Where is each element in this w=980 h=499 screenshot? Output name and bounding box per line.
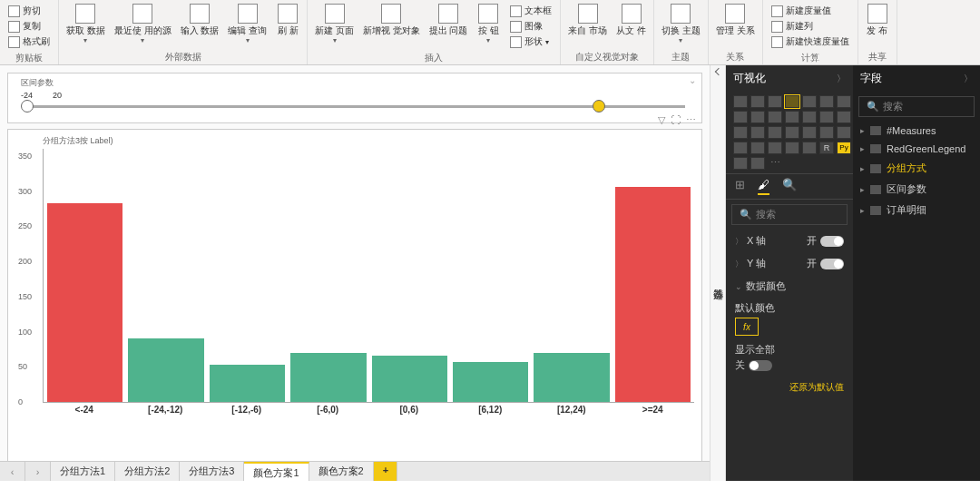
field-table[interactable]: ▸RedGreenLegend xyxy=(853,140,980,158)
page-tab[interactable]: 颜色方案1 xyxy=(244,462,309,481)
quickmeasure-icon xyxy=(771,36,783,48)
toggle-show-all[interactable] xyxy=(749,360,772,371)
page-tab[interactable]: 分组方法1 xyxy=(51,462,115,481)
search-icon: 🔍 xyxy=(740,209,752,220)
tabs-next[interactable]: › xyxy=(25,462,51,481)
tab-format[interactable]: 🖌 xyxy=(758,178,769,195)
fields-pane-header[interactable]: 字段〉 xyxy=(853,65,980,92)
fields-pane: 字段〉 🔍搜索 ▸#Measures▸RedGreenLegend▸分组方式▸区… xyxy=(853,65,980,481)
chart-visual[interactable]: ▽ ⛶ ⋯ 分组方法3按 Label) 05010015020025030035… xyxy=(7,129,702,474)
default-color-section: 默认颜色 fx xyxy=(726,298,853,339)
viz-filled-map[interactable] xyxy=(802,126,817,139)
group-label: 关系 xyxy=(712,50,759,64)
slider-handle-right[interactable] xyxy=(593,100,605,113)
viz-100-bar[interactable] xyxy=(802,95,817,108)
viz-stacked-bar[interactable] xyxy=(733,95,748,108)
field-table[interactable]: ▸#Measures xyxy=(853,122,980,140)
page-tab[interactable]: 分组方法2 xyxy=(115,462,180,481)
viz-python[interactable]: Py xyxy=(837,142,851,154)
copy-icon xyxy=(8,21,20,33)
recent-sources-button[interactable]: 最近使 用的源▾ xyxy=(111,2,175,47)
viz-globe[interactable] xyxy=(750,157,765,170)
viz-clustered-column[interactable] xyxy=(785,95,799,108)
format-search[interactable]: 🔍搜索 xyxy=(731,204,848,225)
manage-relationships-button[interactable]: 管理 关系 xyxy=(712,2,759,37)
new-measure-button[interactable]: 新建度量值 xyxy=(769,4,852,18)
viz-clustered-bar[interactable] xyxy=(768,95,782,108)
from-marketplace-button[interactable]: 来自 市场 xyxy=(564,2,611,37)
ask-question-button[interactable]: 提出 问题 xyxy=(426,2,472,37)
tab-fields[interactable]: ⊞ xyxy=(735,178,745,195)
viz-pie[interactable] xyxy=(733,126,748,139)
prop-y-axis[interactable]: 〉Y 轴 开 xyxy=(726,252,853,275)
new-page-button[interactable]: 新建 页面▾ xyxy=(311,2,358,47)
viz-gauge[interactable] xyxy=(837,126,851,139)
focus-mode-icon[interactable]: ⛶ xyxy=(671,114,681,126)
viz-funnel[interactable] xyxy=(819,126,834,139)
viz-r-script[interactable]: R xyxy=(819,142,834,154)
reset-to-default[interactable]: 还原为默认值 xyxy=(726,376,853,399)
viz-slicer[interactable] xyxy=(785,142,799,154)
viz-ribbon[interactable] xyxy=(802,111,817,123)
add-page-tab[interactable]: + xyxy=(374,462,397,481)
viz-line-clustered[interactable] xyxy=(785,111,799,123)
viz-treemap[interactable] xyxy=(768,126,782,139)
page-tab[interactable]: 分组方法3 xyxy=(180,462,244,481)
viz-area[interactable] xyxy=(733,111,748,123)
viz-line-stacked[interactable] xyxy=(768,111,782,123)
viz-scatter[interactable] xyxy=(837,111,851,123)
cut-button[interactable]: 剪切 xyxy=(5,4,53,18)
slider-handle-left[interactable] xyxy=(21,100,34,113)
fx-button[interactable]: fx xyxy=(735,318,759,336)
tab-analytics[interactable]: 🔍 xyxy=(782,178,797,195)
shapes-button[interactable]: 形状▾ xyxy=(507,34,554,49)
viz-table[interactable] xyxy=(802,142,817,154)
field-table[interactable]: ▸区间参数 xyxy=(853,179,980,200)
viz-kpi[interactable] xyxy=(768,142,782,154)
get-data-button[interactable]: 获取 数据▾ xyxy=(63,2,109,47)
publish-button[interactable]: 发 布 xyxy=(862,2,893,37)
slicer-clear-icon[interactable]: ⌄ xyxy=(689,75,696,85)
prop-x-axis[interactable]: 〉X 轴 开 xyxy=(726,230,853,252)
field-table[interactable]: ▸分组方式 xyxy=(853,158,980,179)
edit-queries-button[interactable]: 编辑 查询▾ xyxy=(224,2,270,47)
viz-gallery: RPy ⋯ xyxy=(726,92,853,173)
new-column-button[interactable]: 新建列 xyxy=(769,19,852,34)
viz-custom-add[interactable]: ⋯ xyxy=(768,157,782,170)
viz-100-column[interactable] xyxy=(819,95,834,108)
image-button[interactable]: 图像 xyxy=(507,19,554,34)
switch-theme-button[interactable]: 切换 主题▾ xyxy=(658,2,704,47)
buttons-button[interactable]: 按 钮▾ xyxy=(473,2,504,47)
textbox-button[interactable]: 文本框 xyxy=(507,4,554,18)
copy-button[interactable]: 复制 xyxy=(5,19,53,34)
page-tab[interactable]: 颜色方案2 xyxy=(309,462,374,481)
filters-pane-collapsed[interactable]: 筛选器 xyxy=(710,65,726,481)
viz-waterfall[interactable] xyxy=(819,111,834,123)
fields-search[interactable]: 🔍搜索 xyxy=(858,96,975,117)
refresh-button[interactable]: 刷 新 xyxy=(272,2,303,37)
enter-data-button[interactable]: 输入 数据 xyxy=(177,2,223,37)
viz-arcgis[interactable] xyxy=(733,157,748,170)
more-options-icon[interactable]: ⋯ xyxy=(686,114,696,126)
field-table[interactable]: ▸订单明细 xyxy=(853,200,980,220)
toggle-x-axis[interactable] xyxy=(820,236,844,247)
viz-line[interactable] xyxy=(837,95,851,108)
viz-multi-card[interactable] xyxy=(750,142,765,154)
quick-measure-button[interactable]: 新建快速度量值 xyxy=(769,34,852,49)
viz-map[interactable] xyxy=(785,126,799,139)
tabs-prev[interactable]: ‹ xyxy=(0,462,25,481)
format-painter-button[interactable]: 格式刷 xyxy=(5,34,53,49)
viz-pane-header[interactable]: 可视化〉 xyxy=(726,65,853,92)
viz-stacked-area[interactable] xyxy=(750,111,765,123)
group-label: 自定义视觉对象 xyxy=(564,50,650,64)
slicer-visual[interactable]: 区间参数 -24 20 ⌄ xyxy=(7,73,702,123)
viz-donut[interactable] xyxy=(750,126,765,139)
slider-track[interactable] xyxy=(24,105,685,108)
new-visual-button[interactable]: 新增视 觉对象 xyxy=(359,2,424,37)
from-file-button[interactable]: 从文 件 xyxy=(612,2,650,37)
viz-card[interactable] xyxy=(733,142,748,154)
filter-icon[interactable]: ▽ xyxy=(658,114,665,126)
viz-stacked-column[interactable] xyxy=(750,95,765,108)
prop-data-colors[interactable]: ⌄数据颜色 xyxy=(726,275,853,298)
toggle-y-axis[interactable] xyxy=(820,259,844,269)
